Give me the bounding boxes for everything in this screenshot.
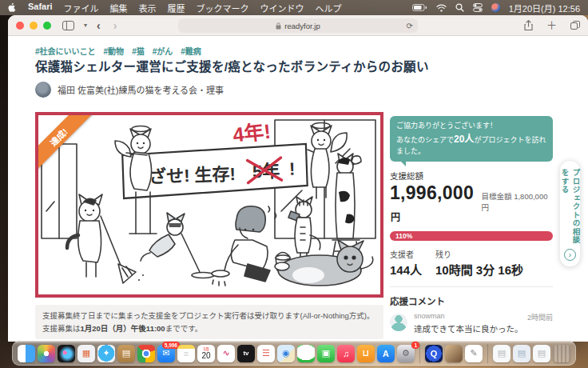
hashtag-3[interactable]: #猫 xyxy=(132,45,145,57)
trash-icon[interactable] xyxy=(553,345,570,362)
quicktime-icon[interactable]: Q xyxy=(425,345,443,362)
chevron-right-icon: › xyxy=(564,249,576,261)
funding-note: 支援募集終了日までに集まった支援金をプロジェクト実行者は受け取ります(All-o… xyxy=(35,305,383,339)
textedit-icon[interactable]: ✎ xyxy=(465,345,483,362)
messages-icon[interactable] xyxy=(297,345,315,362)
zoom-window-button[interactable] xyxy=(43,22,51,30)
share-thanks-tooltip: ご協力ありがとうございます！ あなたのシェアで20人がプロジェクトを訪れました。 xyxy=(390,116,553,162)
spotlight-search-icon[interactable] xyxy=(455,3,464,12)
minimized-window-3-icon[interactable]: ▤ xyxy=(533,345,550,362)
stats-panel: ご協力ありがとうございます！ あなたのシェアで20人がプロジェクトを訪れました。… xyxy=(390,116,553,341)
books-icon[interactable]: ⊔ xyxy=(357,345,375,362)
menu-item-1[interactable]: Safari xyxy=(28,2,53,14)
total-amount: 1,996,000円 xyxy=(390,182,482,226)
desktop: Safariファイル編集表示履歴ブックマークウインドウヘルプ 1月20日(月) … xyxy=(0,0,588,368)
mail-icon[interactable]: ✉5,996 xyxy=(157,345,175,362)
goal-amount: 目標金額 1,800,000円 xyxy=(482,190,553,213)
app-store-icon[interactable]: A xyxy=(377,345,395,362)
maps-icon[interactable]: ◉ xyxy=(277,345,295,362)
share-icon[interactable] xyxy=(524,20,533,30)
dock: ▦✦▤✉5,996≡1月20∿tv☰◉▣♫⊔A⚙1Q✎▤▤▤ xyxy=(12,341,576,366)
music-icon[interactable]: ♫ xyxy=(337,345,355,362)
note-post: までです。 xyxy=(165,324,203,333)
author-avatar xyxy=(35,82,51,98)
freeform-icon[interactable]: ∿ xyxy=(217,345,235,362)
wifi-icon[interactable] xyxy=(436,4,447,12)
notification-badge: 1 xyxy=(411,342,419,350)
control-center-icon[interactable] xyxy=(473,3,483,12)
hashtag-5[interactable]: #難病 xyxy=(181,45,201,57)
status-orb-icon[interactable] xyxy=(491,3,500,12)
comments-list: snowman2時間前達成できて本当に良かった。ウメココア2時間前達成おめでとう… xyxy=(390,312,553,341)
menu-item-3[interactable]: 編集 xyxy=(110,2,128,14)
comment-time: 2時間前 xyxy=(527,312,553,322)
total-label: 支援総額 xyxy=(390,170,553,182)
chrome-icon[interactable] xyxy=(137,345,155,362)
progress-percent: 110% xyxy=(395,232,412,240)
cat-shelter-illustration: めざせ! 生存! 5年 ! 4年! xyxy=(38,115,380,288)
hashtag-1[interactable]: #社会にいいこと xyxy=(35,45,96,57)
commenter-avatar xyxy=(390,314,407,331)
comment-item-1: snowman2時間前達成できて本当に良かった。 xyxy=(390,312,553,335)
page-content: #社会にいいこと#動物#猫#がん#難病 保護猫シェルター運営にご支援を/癌となっ… xyxy=(8,36,588,341)
minimize-window-button[interactable] xyxy=(30,22,38,30)
siri-icon[interactable] xyxy=(58,345,75,362)
apple-tv-icon[interactable]: tv xyxy=(237,345,255,362)
tooltip-line2: あなたのシェアで20人がプロジェクトを訪れました。 xyxy=(396,132,546,158)
note-deadline: 1月20日（月）午後11:00 xyxy=(81,324,165,333)
back-button[interactable]: ‹ xyxy=(97,19,101,32)
supporters-value: 144人 xyxy=(390,261,435,278)
photos-icon[interactable] xyxy=(38,345,55,362)
page-title: 保護猫シェルター運営にご支援を/癌となったボランティからのお願い xyxy=(35,57,429,74)
menu-item-5[interactable]: 履歴 xyxy=(168,2,185,14)
tooltip-line1: ご協力ありがとうございます！ xyxy=(396,121,546,132)
hashtag-4[interactable]: #がん xyxy=(153,45,173,57)
comment-text: 達成できて本当に良かった。 xyxy=(414,323,553,335)
minimized-window-1-icon[interactable]: ▤ xyxy=(493,345,511,362)
menu-item-8[interactable]: ヘルプ xyxy=(316,2,342,14)
hashtag-2[interactable]: #動物 xyxy=(104,45,125,57)
project-consult-tab[interactable]: プロジェクトの相談をする › xyxy=(559,160,581,267)
minimized-window-2-icon[interactable]: ▤ xyxy=(513,345,530,362)
address-bar[interactable]: readyfor.jp ⟳ xyxy=(178,18,418,33)
facetime-icon[interactable]: ▣ xyxy=(317,345,335,362)
close-window-button[interactable] xyxy=(16,22,24,30)
menu-bar: Safariファイル編集表示履歴ブックマークウインドウヘルプ 1月20日(月) … xyxy=(0,0,588,15)
safari-icon[interactable]: ✦ xyxy=(97,345,115,362)
banner-correction: 4年! xyxy=(232,120,272,146)
url-text: readyfor.jp xyxy=(284,22,320,30)
menu-item-6[interactable]: ブックマーク xyxy=(197,2,249,14)
dock-divider xyxy=(487,344,488,363)
menu-item-2[interactable]: ファイル xyxy=(64,2,99,14)
dock-divider xyxy=(419,344,420,363)
launchpad-icon[interactable]: ▦ xyxy=(77,345,95,362)
author-row[interactable]: 福田 佐富美(社)練馬の猫を考える会・理事 xyxy=(35,82,224,98)
menu-clock[interactable]: 1月20日(月) 12:56 xyxy=(509,2,580,14)
forward-button[interactable]: › xyxy=(113,19,117,32)
hashtag-list: #社会にいいこと#動物#猫#がん#難病 xyxy=(35,45,201,57)
settings-icon[interactable]: ⚙1 xyxy=(397,345,415,362)
reload-icon[interactable]: ⟳ xyxy=(407,22,413,30)
menu-item-7[interactable]: ウインドウ xyxy=(260,2,304,14)
divider xyxy=(390,286,553,287)
commenter-name: snowman xyxy=(414,312,445,322)
reminders-icon[interactable]: ☰ xyxy=(257,345,275,362)
author-name: 福田 佐富美(社)練馬の猫を考える会・理事 xyxy=(58,83,224,96)
menu-items: Safariファイル編集表示履歴ブックマークウインドウヘルプ xyxy=(28,2,342,14)
finder-icon[interactable] xyxy=(18,345,35,362)
apple-menu-icon[interactable] xyxy=(8,2,17,13)
chevron-down-icon[interactable]: ▾ xyxy=(84,22,87,29)
safari-window: ▾ ‹ › readyfor.jp ⟳ ＋ xyxy=(8,15,588,342)
calendar-icon[interactable]: 1月20 xyxy=(197,345,215,362)
battery-icon[interactable] xyxy=(412,4,427,11)
new-tab-icon[interactable]: ＋ xyxy=(546,20,557,30)
screenshot-preview-icon[interactable] xyxy=(445,345,463,362)
sidebar-toggle-icon[interactable] xyxy=(62,21,74,30)
lock-icon xyxy=(276,22,281,30)
notes-icon[interactable]: ≡ xyxy=(177,345,195,362)
contacts-icon[interactable]: ▤ xyxy=(117,345,135,362)
tab-overview-icon[interactable] xyxy=(570,20,580,30)
project-hero-image[interactable]: 達成! めざせ! 生存! 5年 ! xyxy=(35,112,383,298)
consult-tab-label: プロジェクトの相談をする xyxy=(559,169,582,249)
menu-item-4[interactable]: 表示 xyxy=(139,2,157,14)
